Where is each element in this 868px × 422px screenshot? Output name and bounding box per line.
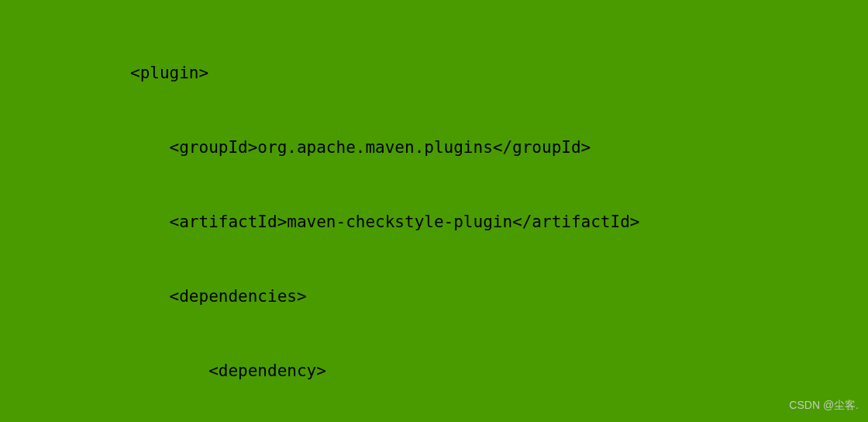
code-line: <plugin> (130, 61, 868, 85)
code-block: <plugin> <groupId>org.apache.maven.plugi… (0, 0, 868, 422)
code-line: <dependency> (130, 358, 868, 383)
code-line: <dependencies> (130, 284, 868, 309)
code-line: <groupId>org.apache.maven.plugins</group… (130, 135, 868, 160)
code-line: <artifactId>maven-checkstyle-plugin</art… (130, 209, 868, 234)
watermark-text: CSDN @尘客. (789, 393, 859, 417)
